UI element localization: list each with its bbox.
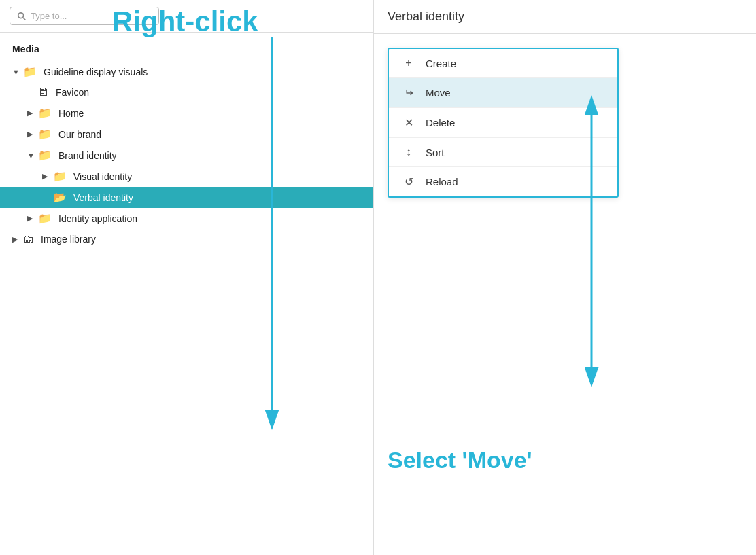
tree-item-home[interactable]: ▶ 📁 Home xyxy=(0,103,373,124)
tree-item-guideline[interactable]: ▼ 📁 Guideline display visuals xyxy=(0,61,373,82)
search-icon xyxy=(17,12,27,21)
file-icon: 🖹 xyxy=(38,86,49,99)
folder-icon: 📁 xyxy=(38,212,52,225)
svg-line-1 xyxy=(23,17,26,20)
left-panel: Type to... Media ▼ 📁 Guideline display v… xyxy=(0,0,374,555)
folder-icon: 📁 xyxy=(53,170,67,183)
tree-item-label: Guideline display visuals xyxy=(44,67,148,77)
folder-icon: 📁 xyxy=(23,65,37,78)
folder-open-icon: 📂 xyxy=(53,191,67,204)
reload-icon: ↺ xyxy=(401,175,416,188)
context-menu: + Create ↵ Move ✕ Delete ↕ Sort ↺ Reload xyxy=(388,48,619,198)
tree-item-our-brand[interactable]: ▶ 📁 Our brand xyxy=(0,124,373,145)
chevron-right-icon: ▶ xyxy=(27,214,35,223)
menu-label: Reload xyxy=(426,176,458,187)
annotation-select-move: Select 'Move' xyxy=(388,447,532,473)
tree-item-label: Image library xyxy=(41,234,96,245)
menu-item-reload[interactable]: ↺ Reload xyxy=(389,167,617,196)
chevron-right-icon: ▶ xyxy=(27,109,35,118)
tree-item-identity-application[interactable]: ▶ 📁 Identity application xyxy=(0,208,373,229)
tree-item-label: Visual identity xyxy=(73,171,132,182)
tree-item-brand-identity[interactable]: ▼ 📁 Brand identity xyxy=(0,145,373,166)
folder-icon: 📁 xyxy=(38,107,52,120)
search-placeholder: Type to... xyxy=(31,11,67,21)
folder-image-icon: 🗂 xyxy=(23,233,34,245)
right-panel: Verbal identity + Create ↵ Move ✕ Delete… xyxy=(374,0,756,555)
chevron-right-icon: ▶ xyxy=(27,130,35,139)
chevron-down-icon: ▼ xyxy=(12,68,20,76)
svg-point-0 xyxy=(18,12,24,18)
menu-item-create[interactable]: + Create xyxy=(389,49,617,78)
menu-item-delete[interactable]: ✕ Delete xyxy=(389,108,617,138)
tree-section: Media ▼ 📁 Guideline display visuals ▶ 🖹 … xyxy=(0,33,373,555)
tree-item-favicon[interactable]: ▶ 🖹 Favicon xyxy=(0,82,373,103)
menu-label: Delete xyxy=(426,117,455,128)
folder-icon: 📁 xyxy=(38,149,52,162)
menu-label: Move xyxy=(426,87,451,99)
move-icon: ↵ xyxy=(401,86,416,99)
tree-item-label: Identity application xyxy=(58,213,137,224)
tree-item-image-library[interactable]: ▶ 🗂 Image library xyxy=(0,229,373,249)
menu-label: Sort xyxy=(426,147,445,158)
menu-label: Create xyxy=(426,58,456,69)
chevron-right-icon: ▶ xyxy=(42,172,50,181)
chevron-right-icon: ▶ xyxy=(12,235,20,244)
menu-item-move[interactable]: ↵ Move xyxy=(389,78,617,108)
search-input-wrap[interactable]: Type to... xyxy=(10,7,159,25)
sort-icon: ↕ xyxy=(401,146,416,158)
chevron-down-icon: ▼ xyxy=(27,151,35,160)
tree-item-label: Favicon xyxy=(56,87,89,98)
right-header: Verbal identity xyxy=(374,0,756,34)
tree-item-label: Our brand xyxy=(58,129,101,140)
tree-item-label: Brand identity xyxy=(58,150,117,161)
tree-item-label: Home xyxy=(58,108,84,119)
tree-item-visual-identity[interactable]: ▶ 📁 Visual identity xyxy=(0,166,373,187)
tree-item-verbal-identity[interactable]: ▶ 📂 Verbal identity xyxy=(0,187,373,208)
tree-item-label: Verbal identity xyxy=(73,192,133,203)
menu-item-sort[interactable]: ↕ Sort xyxy=(389,138,617,167)
plus-icon: + xyxy=(401,57,416,69)
section-label: Media xyxy=(0,43,373,61)
folder-icon: 📁 xyxy=(38,128,52,141)
search-bar: Type to... xyxy=(0,0,373,33)
delete-icon: ✕ xyxy=(401,116,416,129)
